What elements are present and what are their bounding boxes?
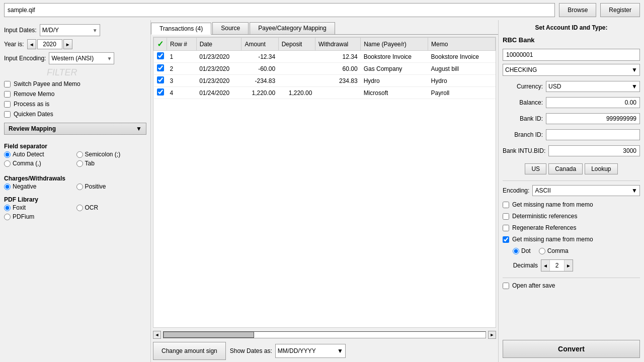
decimals-row: Decimals ◄ 2 ►: [503, 259, 640, 272]
positive-row: Positive: [76, 183, 147, 190]
row-checkbox[interactable]: [157, 52, 164, 59]
row-checkbox[interactable]: [157, 64, 164, 71]
date-format-select[interactable]: MM/DD/YYYY ▼: [275, 344, 346, 358]
account-type-select[interactable]: CHECKING ▼: [503, 64, 640, 76]
row-date: 01/23/2020: [196, 51, 242, 63]
col-withdrawal: Withdrawal: [315, 38, 360, 51]
input-encoding-label: Input Encoding:: [4, 55, 46, 62]
comma-label: Comma (,): [13, 160, 41, 167]
input-encoding-select[interactable]: Western (ANSI) ▼: [49, 52, 114, 64]
pdf-library-options: Foxit OCR PDFium: [4, 204, 146, 220]
get-missing-name-checkbox[interactable]: [503, 202, 509, 208]
row-withdrawal: [315, 87, 360, 99]
divider-1: [503, 180, 640, 181]
negative-radio[interactable]: [4, 184, 11, 190]
bank-intu-input[interactable]: [548, 145, 640, 156]
open-after-save-checkbox[interactable]: [503, 283, 509, 289]
decimals-increment-button[interactable]: ►: [565, 260, 573, 271]
account-id-input[interactable]: [503, 49, 640, 61]
process-as-is-label: Process as is: [14, 101, 49, 108]
foxit-radio[interactable]: [4, 205, 11, 211]
horizontal-scrollbar[interactable]: [163, 331, 486, 338]
change-amount-sign-button[interactable]: Change amount sign: [153, 342, 226, 360]
comma-radio[interactable]: [539, 248, 545, 254]
decimals-decrement-button[interactable]: ◄: [541, 260, 549, 271]
account-type-value: CHECKING: [505, 66, 537, 73]
comma-radio[interactable]: [4, 160, 11, 167]
lookup-button[interactable]: Lookup: [585, 163, 617, 174]
get-missing-name2-checkbox[interactable]: [503, 236, 509, 243]
row-number: 1: [167, 51, 197, 63]
row-checkbox[interactable]: [157, 88, 164, 96]
ocr-radio[interactable]: [76, 205, 83, 211]
deterministic-refs-checkbox[interactable]: [503, 213, 509, 220]
ocr-label: OCR: [85, 204, 99, 211]
row-date: 01/23/2020: [196, 63, 242, 75]
scroll-right-button[interactable]: ►: [488, 331, 496, 339]
switch-payee-label: Switch Payee and Memo: [14, 80, 80, 87]
scroll-thumb[interactable]: [164, 332, 254, 338]
tab-label: Tab: [85, 160, 95, 167]
pdf-library-label: PDF Library: [4, 196, 146, 203]
col-memo: Memo: [428, 38, 496, 51]
switch-payee-checkbox[interactable]: [4, 81, 11, 87]
comma-option: Comma: [539, 247, 569, 254]
branch-id-input[interactable]: [546, 129, 640, 140]
input-dates-select[interactable]: M/D/Y ▼: [40, 24, 100, 36]
scroll-left-button[interactable]: ◄: [153, 331, 161, 339]
row-amount: 1,220.00: [242, 87, 278, 99]
quicken-dates-row: Quicken Dates: [4, 111, 146, 118]
select-all-icon[interactable]: ✓: [157, 40, 164, 48]
year-next-button[interactable]: ►: [63, 39, 72, 49]
us-button[interactable]: US: [525, 163, 546, 174]
col-check: ✓: [154, 38, 167, 51]
tab-transactions[interactable]: Transactions (4): [151, 23, 211, 35]
table-row: 4 01/24/2020 1,220.00 1,220.00 Microsoft…: [154, 87, 496, 99]
field-separator-section: Field separator Auto Detect Semicolon (;…: [4, 138, 146, 169]
location-buttons: US Canada Lookup: [503, 163, 640, 174]
row-name: Bookstore Invoice: [361, 51, 428, 63]
currency-select[interactable]: USD ▼: [546, 81, 640, 92]
process-as-is-checkbox[interactable]: [4, 101, 11, 108]
row-deposit: [278, 63, 315, 75]
canada-button[interactable]: Canada: [548, 163, 583, 174]
balance-input[interactable]: [546, 97, 640, 108]
row-checkbox[interactable]: [157, 76, 164, 83]
tab-source[interactable]: Source: [212, 22, 249, 34]
tab-radio[interactable]: [76, 160, 83, 167]
browse-button[interactable]: Browse: [559, 3, 596, 17]
auto-detect-radio[interactable]: [4, 151, 11, 158]
switch-payee-row: Switch Payee and Memo: [4, 80, 146, 87]
ocr-row: OCR: [76, 204, 147, 211]
pdffium-radio[interactable]: [4, 214, 11, 220]
tab-bar: Transactions (4) Source Payee/Category M…: [151, 20, 498, 35]
file-path-input[interactable]: [4, 3, 555, 17]
remove-memo-checkbox[interactable]: [4, 91, 11, 98]
row-checkbox-cell: [154, 87, 167, 99]
review-mapping-header[interactable]: Review Mapping ▼: [4, 123, 146, 135]
input-encoding-arrow-icon: ▼: [107, 56, 112, 61]
positive-radio[interactable]: [76, 184, 83, 190]
row-memo: Hydro: [428, 75, 496, 87]
encoding-select[interactable]: ASCII ▼: [532, 185, 640, 196]
dot-radio[interactable]: [513, 248, 519, 254]
row-amount: -12.34: [242, 51, 278, 63]
row-deposit: 1,220.00: [278, 87, 315, 99]
deterministic-refs-option: Deterministic references: [503, 213, 640, 220]
register-button[interactable]: Register: [600, 3, 640, 17]
bank-id-input[interactable]: [546, 113, 640, 124]
year-value: 2020: [37, 39, 62, 49]
convert-button[interactable]: Convert: [503, 340, 640, 358]
charges-label: Charges/Withdrawals: [4, 175, 146, 182]
year-prev-button[interactable]: ◄: [27, 39, 36, 49]
positive-label: Positive: [85, 183, 106, 190]
encoding-row: Encoding: ASCII ▼: [503, 185, 640, 196]
quicken-dates-checkbox[interactable]: [4, 111, 11, 118]
branch-id-label: Branch ID:: [503, 131, 543, 138]
tab-payee-mapping[interactable]: Payee/Category Mapping: [250, 22, 335, 34]
semicolon-radio[interactable]: [76, 151, 83, 158]
date-format-group: Show Dates as: MM/DD/YYYY ▼: [230, 344, 346, 358]
account-type-arrow-icon: ▼: [631, 66, 637, 73]
regenerate-refs-checkbox[interactable]: [503, 225, 509, 231]
watermark: FILTER: [4, 67, 146, 77]
